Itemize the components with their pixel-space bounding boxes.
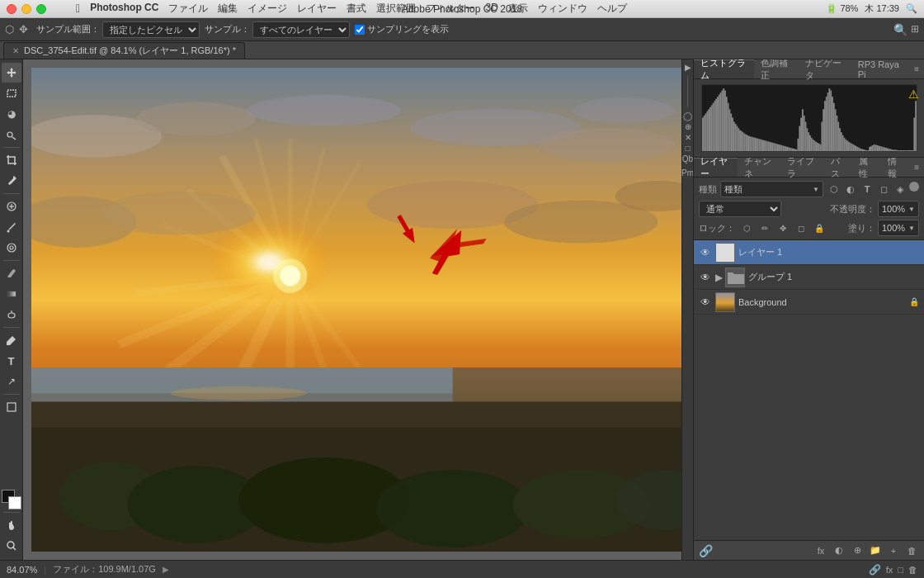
tool-dodge[interactable]	[2, 305, 21, 325]
layer-visibility-background[interactable]: 👁	[699, 296, 712, 309]
fullscreen-button[interactable]	[36, 4, 46, 14]
histogram-panel-menu[interactable]: ≡	[909, 63, 924, 75]
layer-item-background[interactable]: 👁 Background 🔒	[694, 290, 924, 315]
layer-visibility-1[interactable]: 👁	[699, 246, 712, 259]
tab-rp3[interactable]: RP3 Raya Pi	[851, 59, 909, 78]
menu-app[interactable]: Photoshop CC	[90, 2, 158, 16]
canvas-ctrl-2[interactable]: ◯	[683, 111, 692, 121]
menu-edit[interactable]: 編集	[218, 2, 238, 16]
blend-mode-select[interactable]: 通常	[699, 201, 781, 217]
tab-paths[interactable]: パス	[824, 158, 852, 177]
tab-close[interactable]: ✕	[12, 46, 19, 55]
filter-type-icon[interactable]: T	[860, 182, 874, 197]
lock-transparent-btn[interactable]: ⬡	[740, 221, 753, 235]
tool-clone[interactable]	[2, 238, 21, 258]
status-arrow[interactable]: ▶	[163, 565, 169, 574]
status-link-icon[interactable]: 🔗	[869, 564, 881, 576]
filter-adj-icon[interactable]: ◐	[843, 182, 858, 197]
add-mask-btn[interactable]: ◐	[832, 543, 846, 558]
search-btn[interactable]: 🔍	[893, 23, 908, 36]
tab-info[interactable]: 情報	[881, 158, 909, 177]
tab-histogram[interactable]: ヒストグラム	[694, 59, 754, 78]
tool-eyedropper[interactable]	[2, 171, 21, 191]
svg-rect-12	[7, 403, 16, 411]
canvas-ctrl-6[interactable]: Qb	[682, 154, 693, 163]
group-expand-icon[interactable]: ▶	[715, 272, 722, 283]
layer-item-1[interactable]: 👁 レイヤー 1	[694, 240, 924, 265]
delete-layer-btn[interactable]: 🗑	[904, 543, 919, 558]
tool-zoom[interactable]	[2, 536, 21, 556]
link-icon[interactable]: 🔗	[699, 544, 713, 557]
tab-navigator[interactable]: ナビゲータ	[799, 59, 851, 78]
status-mask[interactable]: □	[898, 565, 903, 575]
tool-brush[interactable]	[2, 217, 21, 237]
minimize-button[interactable]	[21, 4, 31, 14]
canvas-area[interactable]: ▶ ◯ ⊕ ✕ □ Qb Pm	[23, 59, 693, 560]
lock-all-btn[interactable]: 🔒	[813, 221, 826, 235]
new-adjustment-btn[interactable]: ⊕	[850, 543, 865, 558]
canvas-image[interactable]	[31, 68, 681, 552]
layer-item-group[interactable]: 👁 ▶ グループ 1	[694, 265, 924, 290]
search-icon[interactable]: 🔍	[906, 3, 917, 14]
tool-move[interactable]	[2, 63, 21, 83]
status-trash[interactable]: 🗑	[908, 565, 917, 575]
workspace-btn[interactable]: ⊞	[911, 23, 919, 36]
canvas-ctrl-3[interactable]: ⊕	[685, 122, 691, 131]
lock-paint-btn[interactable]: ✏	[758, 221, 771, 235]
new-layer-btn[interactable]: +	[886, 543, 901, 558]
lock-move-btn[interactable]: ✥	[776, 221, 790, 235]
sample-range-select[interactable]: 指定したピクセル	[102, 21, 200, 38]
tool-hand[interactable]	[2, 515, 21, 535]
tool-crop[interactable]	[2, 150, 21, 170]
tab-color-adjust[interactable]: 色調補正	[754, 59, 799, 78]
sample-select[interactable]: すべてのレイヤー	[252, 21, 350, 38]
status-fx[interactable]: fx	[886, 565, 893, 575]
canvas-ctrl-1[interactable]: ▶	[685, 63, 691, 72]
tool-type[interactable]: T	[2, 351, 21, 371]
tool-healing[interactable]	[2, 197, 21, 216]
close-button[interactable]	[7, 4, 16, 14]
menu-image[interactable]: イメージ	[248, 2, 287, 16]
opacity-value-field[interactable]: 100% ▼	[878, 201, 919, 217]
doc-tab[interactable]: ✕ DSC_3754-Edit.tif @ 84.1% (レイヤー 1, RGB…	[3, 42, 245, 59]
menu-type[interactable]: 書式	[346, 2, 366, 16]
tab-library[interactable]: ライブラ	[780, 158, 824, 177]
layer-visibility-group[interactable]: 👁	[699, 271, 712, 284]
add-style-btn[interactable]: fx	[813, 543, 828, 558]
new-group-btn[interactable]: 📁	[868, 543, 883, 558]
menu-window[interactable]: ウィンドウ	[538, 2, 587, 16]
tab-channels[interactable]: チャンネ	[738, 158, 781, 177]
sampling-ring-label[interactable]: サンプリングを表示	[355, 23, 449, 36]
tab-layers[interactable]: レイヤー	[694, 158, 738, 177]
tool-shape[interactable]	[2, 397, 21, 417]
filter-smart-icon[interactable]: ◈	[893, 182, 908, 197]
menu-apple[interactable]: 	[76, 2, 80, 16]
tool-lasso[interactable]: ◕	[2, 104, 21, 124]
filter-pixel-icon[interactable]: ⬡	[827, 182, 842, 197]
tool-eraser[interactable]	[2, 263, 21, 283]
background-color[interactable]	[8, 496, 21, 509]
lock-artboard-btn[interactable]: ◻	[794, 221, 808, 235]
fill-value-field[interactable]: 100% ▼	[878, 220, 919, 236]
tab-properties[interactable]: 属性	[852, 158, 880, 177]
menu-help[interactable]: ヘルプ	[597, 2, 627, 16]
color-swatches[interactable]	[2, 490, 21, 509]
menu-layer[interactable]: レイヤー	[297, 2, 337, 16]
tool-preset-icon[interactable]: ⬡	[5, 23, 14, 36]
sampling-ring-checkbox[interactable]	[355, 25, 365, 35]
tool-path-select[interactable]: ↗	[2, 372, 21, 391]
layers-panel-menu[interactable]: ≡	[909, 161, 924, 173]
layers-link-btn[interactable]: 🔗	[699, 544, 713, 557]
canvas-ctrl-4[interactable]: ✕	[685, 133, 691, 142]
titlebar-right: 🔋 78% 木 17:39 🔍	[826, 2, 917, 15]
canvas-ctrl-pm[interactable]: Pm	[681, 168, 693, 178]
tool-pen[interactable]	[2, 330, 21, 350]
kind-filter-select[interactable]: 種類 ▼	[720, 181, 823, 197]
filter-toggle[interactable]	[909, 182, 919, 192]
filter-shape-icon[interactable]: ◻	[876, 182, 891, 197]
tool-marquee[interactable]	[2, 83, 21, 103]
menu-file[interactable]: ファイル	[168, 2, 208, 16]
tool-gradient[interactable]	[2, 284, 21, 304]
tool-quick-select[interactable]	[2, 125, 21, 144]
canvas-ctrl-5[interactable]: □	[685, 144, 690, 153]
